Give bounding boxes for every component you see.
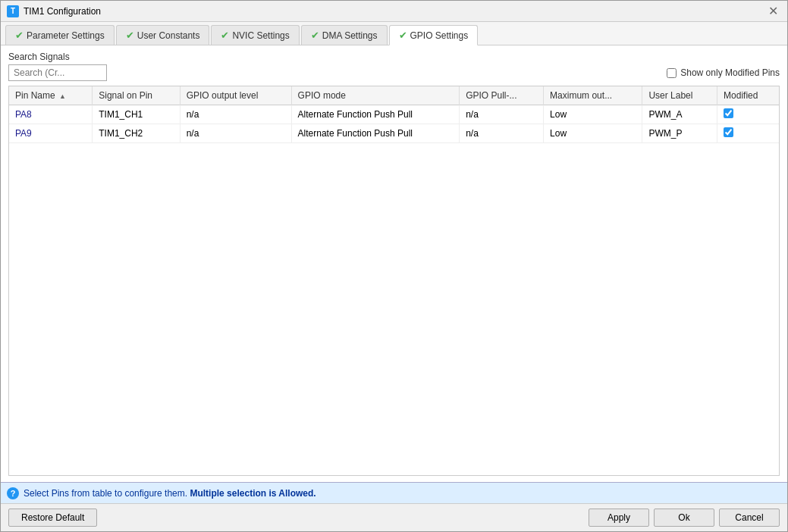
search-label: Search Signals bbox=[8, 52, 780, 62]
window-icon: T bbox=[7, 5, 19, 17]
cancel-button[interactable]: Cancel bbox=[719, 509, 780, 527]
col-pin-name[interactable]: Pin Name ▲ bbox=[9, 86, 93, 105]
restore-default-button[interactable]: Restore Default bbox=[8, 509, 97, 527]
table-cell: Low bbox=[544, 124, 642, 143]
tab-check-icon: ✔ bbox=[15, 30, 24, 41]
col-gpio-pull[interactable]: GPIO Pull-... bbox=[460, 86, 544, 105]
show-modified-checkbox[interactable] bbox=[667, 68, 677, 78]
right-button-group: Apply Ok Cancel bbox=[589, 509, 780, 527]
status-icon: ? bbox=[7, 487, 19, 499]
col-gpio-output-level[interactable]: GPIO output level bbox=[180, 86, 291, 105]
search-section: Search Signals Show only Modified Pins bbox=[8, 52, 780, 81]
table-cell: Alternate Function Push Pull bbox=[291, 124, 460, 143]
tab-dma-settings[interactable]: ✔ DMA Settings bbox=[301, 25, 388, 45]
tab-nvic-settings[interactable]: ✔ NVIC Settings bbox=[211, 25, 299, 45]
search-input[interactable] bbox=[8, 64, 107, 81]
tab-user-constants[interactable]: ✔ User Constants bbox=[116, 25, 210, 45]
tab-parameter-settings[interactable]: ✔ Parameter Settings bbox=[5, 25, 115, 45]
col-modified[interactable]: Modified bbox=[717, 86, 779, 105]
table-cell: Alternate Function Push Pull bbox=[291, 105, 460, 124]
tab-check-icon: ✔ bbox=[221, 30, 229, 41]
table-cell: PA9 bbox=[9, 124, 93, 143]
table-cell: PWM_A bbox=[642, 105, 717, 124]
table-cell: Low bbox=[544, 105, 642, 124]
tabs-bar: ✔ Parameter Settings ✔ User Constants ✔ … bbox=[1, 22, 787, 45]
ok-button[interactable]: Ok bbox=[654, 509, 714, 527]
table-cell: TIM1_CH2 bbox=[93, 124, 180, 143]
apply-button[interactable]: Apply bbox=[589, 509, 649, 527]
status-text: Select Pins from table to configure them… bbox=[24, 488, 316, 499]
tab-check-icon: ✔ bbox=[311, 30, 319, 41]
modified-cell[interactable] bbox=[717, 105, 779, 124]
table-row[interactable]: PA9TIM1_CH2n/aAlternate Function Push Pu… bbox=[9, 124, 779, 143]
col-signal-on-pin[interactable]: Signal on Pin bbox=[93, 86, 180, 105]
show-modified-label[interactable]: Show only Modified Pins bbox=[667, 67, 780, 78]
table-cell: n/a bbox=[180, 124, 291, 143]
table-cell: PWM_P bbox=[642, 124, 717, 143]
table-header-row: Pin Name ▲ Signal on Pin GPIO output lev… bbox=[9, 86, 779, 105]
gpio-table-container: Pin Name ▲ Signal on Pin GPIO output lev… bbox=[8, 86, 780, 476]
table-body: PA8TIM1_CH1n/aAlternate Function Push Pu… bbox=[9, 105, 779, 143]
table-cell: n/a bbox=[460, 105, 544, 124]
tab-check-icon: ✔ bbox=[126, 30, 134, 41]
col-maximum-output[interactable]: Maximum out... bbox=[544, 86, 642, 105]
status-bar: ? Select Pins from table to configure th… bbox=[1, 482, 787, 503]
table-cell: PA8 bbox=[9, 105, 93, 124]
modified-checkbox[interactable] bbox=[724, 127, 733, 137]
tab-check-icon: ✔ bbox=[399, 30, 407, 41]
modified-cell[interactable] bbox=[717, 124, 779, 143]
window-title: TIM1 Configuration bbox=[24, 6, 101, 17]
gpio-table: Pin Name ▲ Signal on Pin GPIO output lev… bbox=[9, 86, 779, 143]
col-gpio-mode[interactable]: GPIO mode bbox=[291, 86, 460, 105]
tab-gpio-settings[interactable]: ✔ GPIO Settings bbox=[389, 25, 479, 45]
content-area: Search Signals Show only Modified Pins P… bbox=[1, 45, 787, 482]
table-cell: n/a bbox=[460, 124, 544, 143]
close-button[interactable]: ✕ bbox=[765, 5, 781, 17]
sort-arrow-icon: ▲ bbox=[59, 92, 66, 100]
bottom-bar: Restore Default Apply Ok Cancel bbox=[1, 503, 787, 531]
table-row[interactable]: PA8TIM1_CH1n/aAlternate Function Push Pu… bbox=[9, 105, 779, 124]
table-cell: n/a bbox=[180, 105, 291, 124]
table-cell: TIM1_CH1 bbox=[93, 105, 180, 124]
title-bar: T TIM1 Configuration ✕ bbox=[1, 1, 787, 22]
col-user-label[interactable]: User Label bbox=[642, 86, 717, 105]
modified-checkbox[interactable] bbox=[724, 108, 733, 118]
